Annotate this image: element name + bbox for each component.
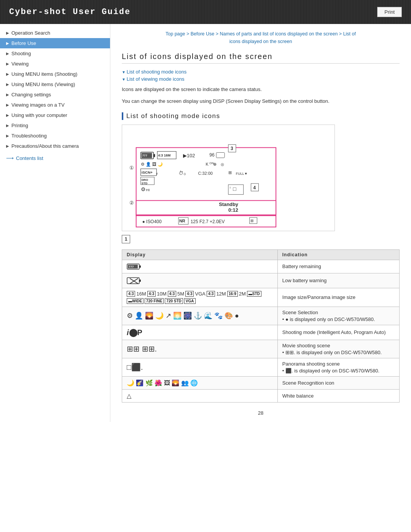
- indication-cell-shoot-mode: Shooting mode (Intelligent Auto, Program…: [277, 325, 399, 340]
- display-cell-scene: ⚙ 👤 🌄 🌙 ↗ 🌅 🎆 ⚓ 🌊 🐾 🎨 ●: [122, 307, 278, 325]
- svg-text:⏱₀: ⏱₀: [178, 170, 186, 176]
- toc-link-shooting[interactable]: List of shooting mode icons: [122, 69, 400, 75]
- icon-wide: ▬WIDE: [127, 298, 143, 304]
- toc-link-viewing[interactable]: List of viewing mode icons: [122, 76, 400, 82]
- table-row: Low battery warning: [122, 273, 400, 288]
- display-cell-low-battery: [122, 273, 278, 288]
- arrow-icon: ▶: [6, 72, 9, 76]
- svg-text:⊞: ⊞: [228, 170, 232, 175]
- indication-cell-white-balance: White balance: [277, 389, 399, 402]
- white-balance-icon: △: [127, 393, 131, 399]
- arrow-icon: ▶: [6, 41, 9, 45]
- sidebar-item-viewing[interactable]: ▶ Viewing: [0, 59, 110, 69]
- table-row: 777 Battery remaining: [122, 260, 400, 273]
- sidebar-item-menu-shooting[interactable]: ▶ Using MENU items (Shooting): [0, 69, 110, 79]
- indication-cell-movie: Movie shooting scene ⊞⊞. is displayed on…: [277, 340, 399, 358]
- svg-text:3: 3: [231, 145, 233, 151]
- app-header: Cyber-shot User Guide Print: [0, 0, 411, 24]
- sidebar-item-label: Using MENU items (Viewing): [11, 81, 75, 87]
- arrow-icon: ▶: [6, 134, 9, 138]
- sidebar-item-operation-search[interactable]: ▶ Operation Search: [0, 28, 110, 38]
- breadcrumb-link-3[interactable]: Names of parts and list of icons display…: [220, 31, 338, 37]
- section-title-shooting: List of shooting mode icons: [122, 112, 400, 120]
- description-2: You can change the screen display using …: [122, 97, 400, 105]
- arrow-icon: ▶: [6, 82, 9, 86]
- svg-text:⊕: ⊕: [213, 162, 217, 166]
- print-button[interactable]: Print: [377, 7, 402, 17]
- arrow-icon: ▶: [6, 113, 9, 117]
- svg-text:□: □: [233, 185, 236, 192]
- indication-cell-panorama: Panorama shooting scene ⬛. is displayed …: [277, 358, 399, 376]
- icon-4-3-5: 4:3: [207, 291, 215, 297]
- indication-cell-low-battery: Low battery warning: [277, 273, 399, 288]
- sidebar-item-menu-viewing[interactable]: ▶ Using MENU items (Viewing): [0, 79, 110, 89]
- svg-text:0:12: 0:12: [228, 207, 238, 213]
- svg-text:②: ②: [129, 200, 134, 205]
- icon-12m: 12M: [216, 291, 226, 297]
- arrow-icon: ▶: [6, 31, 9, 35]
- contents-list-link[interactable]: Contents list: [0, 151, 110, 165]
- sidebar-item-label: Viewing: [11, 61, 29, 67]
- icon-std: ▬STD: [247, 291, 261, 297]
- svg-text:4: 4: [253, 185, 256, 190]
- sidebar-item-before-use[interactable]: ▶ Before Use: [0, 38, 110, 48]
- arrow-icon: ▶: [6, 123, 9, 128]
- shoot-mode-icon-2: ⬤: [129, 328, 137, 337]
- page-title: List of icons displayed on the screen: [122, 52, 400, 64]
- sidebar-item-label: Viewing images on a TV: [11, 102, 65, 108]
- icon-720-std: 720 STD: [165, 298, 183, 304]
- movie-icons: ⊞⊞ ⊞⊞.: [127, 345, 157, 353]
- svg-text:HI: HI: [146, 187, 150, 192]
- svg-text:DRO: DRO: [142, 178, 148, 182]
- display-cell-white-balance: △: [122, 389, 278, 402]
- icons-table: Display Indication 777 Battery r: [122, 249, 400, 403]
- sidebar-item-shooting[interactable]: ▶ Shooting: [0, 48, 110, 59]
- sidebar-item-label: Changing settings: [11, 92, 51, 97]
- icon-16m: 16M: [136, 291, 146, 297]
- icon-row-image-size-2: ▬WIDE 720 FINE 720 STD VGA: [127, 298, 273, 304]
- indication-cell-scene-recog: Scene Recognition icon: [277, 376, 399, 389]
- indication-cell-scene: Scene Selection ● is displayed only on D…: [277, 307, 399, 325]
- svg-text:C:32:00: C:32:00: [198, 171, 213, 176]
- scene-note: ● is displayed only on DSC-W570/W580.: [282, 316, 395, 322]
- sidebar-item-viewing-tv[interactable]: ▶ Viewing images on a TV: [0, 100, 110, 110]
- arrow-icon: ▶: [6, 144, 9, 148]
- svg-text:NR: NR: [179, 219, 185, 223]
- arrow-icon: ▶: [6, 51, 9, 56]
- icon-16-9: 16:9: [227, 291, 238, 297]
- sidebar-item-label: Troubleshooting: [11, 133, 47, 139]
- description-1: Icons are displayed on the screen to ind…: [122, 86, 400, 94]
- table-row: 4:316M 4:310M 4:35M 4:3VGA 4:312M 16:92M…: [122, 288, 400, 307]
- table-row: ⊞⊞ ⊞⊞. Movie shooting scene ⊞⊞. is displ…: [122, 340, 400, 358]
- icon-row-scene: ⚙ 👤 🌄 🌙 ↗ 🌅 🎆 ⚓ 🌊 🐾 🎨 ●: [127, 312, 273, 320]
- table-row: ⚙ 👤 🌄 🌙 ↗ 🌅 🎆 ⚓ 🌊 🐾 🎨 ● Scene Selection …: [122, 307, 400, 325]
- sidebar-item-changing-settings[interactable]: ▶ Changing settings: [0, 89, 110, 100]
- sidebar-item-troubleshooting[interactable]: ▶ Troubleshooting: [0, 131, 110, 141]
- breadcrumb-link-2[interactable]: Before Use: [191, 31, 215, 37]
- svg-text:①: ①: [129, 165, 134, 171]
- app-title: Cyber-shot User Guide: [9, 7, 131, 17]
- icon-720-fine: 720 FINE: [145, 298, 164, 304]
- sidebar-item-precautions[interactable]: ▶ Precautions/About this camera: [0, 141, 110, 151]
- scene-recog-icons: 🌙 🌠 🌿 🌺 🖼 🌄 👥 🌐: [127, 380, 198, 386]
- svg-rect-51: [139, 280, 141, 282]
- svg-text:777: 777: [129, 265, 134, 268]
- arrow-icon: ▶: [6, 103, 9, 107]
- sidebar-item-computer[interactable]: ▶ Using with your computer: [0, 110, 110, 120]
- indication-cell-image-size: Image size/Panorama image size: [277, 288, 399, 307]
- svg-text:STD: STD: [142, 181, 148, 185]
- table-row: i⬤P Shooting mode (Intelligent Auto, Pro…: [122, 325, 400, 340]
- movie-note: ⊞⊞. is displayed only on DSC-W570/W580.: [282, 350, 395, 355]
- icon-10m: 10M: [157, 291, 166, 297]
- icon-4-3: 4:3: [127, 291, 135, 297]
- svg-text:96: 96: [209, 152, 215, 158]
- breadcrumb-link[interactable]: Top page: [166, 31, 185, 37]
- icon-row-image-size: 4:316M 4:310M 4:35M 4:3VGA 4:312M 16:92M…: [127, 291, 273, 297]
- sidebar-item-label: Using with your computer: [11, 112, 67, 118]
- display-cell-battery: 777: [122, 260, 278, 273]
- page-number: 28: [122, 410, 400, 416]
- icon-5m: 5M: [177, 291, 184, 297]
- breadcrumb: Top page > Before Use > Names of parts a…: [122, 30, 400, 45]
- display-cell-scene-recog: 🌙 🌠 🌿 🌺 🖼 🌄 👥 🌐: [122, 376, 278, 389]
- sidebar-item-printing[interactable]: ▶ Printing: [0, 120, 110, 131]
